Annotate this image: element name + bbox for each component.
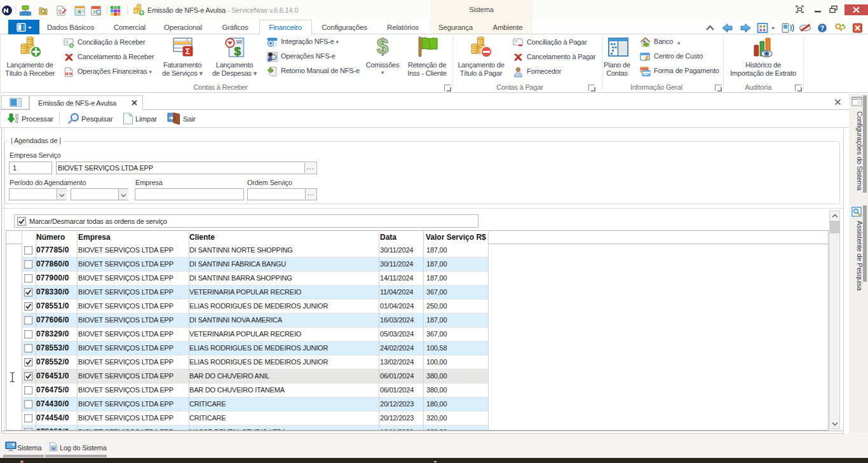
svg-text:«»: «» xyxy=(65,69,72,77)
svg-text:M: M xyxy=(52,446,55,450)
svg-text:$: $ xyxy=(377,36,388,57)
svg-text:Σ: Σ xyxy=(186,47,190,56)
svg-text:{}: {} xyxy=(58,8,62,14)
svg-text:?: ? xyxy=(820,24,824,32)
svg-text:$: $ xyxy=(234,45,241,57)
svg-text:01: 01 xyxy=(15,120,19,123)
